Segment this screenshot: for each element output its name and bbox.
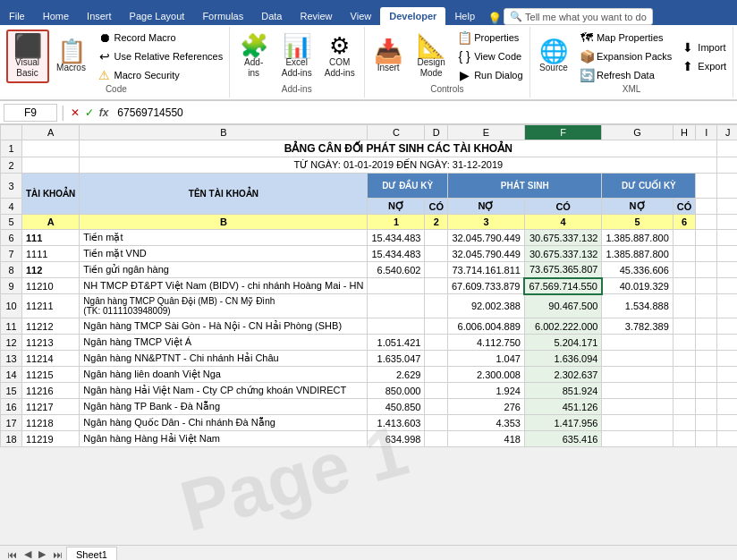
cell-a5[interactable]: A [22,215,80,230]
cell-d18[interactable] [425,431,448,447]
cell-g10[interactable]: 1.534.888 [602,294,673,318]
cell-j1[interactable] [717,140,737,157]
cell-e16[interactable]: 276 [447,399,524,415]
cell-f4[interactable]: CÓ [524,199,601,215]
cell-a10[interactable]: 11211 [22,294,80,318]
tab-developer[interactable]: Developer [380,7,445,25]
run-dialog-button[interactable]: ▶ Run Dialog [453,66,526,84]
cell-c12[interactable]: 1.051.421 [368,335,425,351]
cell-g5[interactable]: 5 [602,215,673,230]
cell-g16[interactable] [602,399,673,415]
cell-h7[interactable] [673,246,696,262]
cell-f18[interactable]: 635.416 [524,431,601,447]
cell-j13[interactable] [717,351,737,367]
cell-a8[interactable]: 112 [22,262,80,278]
cell-c10[interactable] [368,294,425,318]
cell-j4[interactable] [717,199,737,215]
cell-d16[interactable] [425,399,448,415]
cell-d14[interactable] [425,367,448,383]
tab-view[interactable]: View [342,7,381,25]
cell-j5[interactable] [717,215,737,230]
cell-d7[interactable] [425,246,448,262]
cell-j6[interactable] [717,230,737,246]
cell-e13[interactable]: 1.047 [447,351,524,367]
cell-c15[interactable]: 850.000 [368,383,425,399]
cell-i15[interactable] [696,383,717,399]
col-header-g[interactable]: G [602,125,673,140]
cell-i7[interactable] [696,246,717,262]
cell-a11[interactable]: 11212 [22,318,80,335]
cell-j15[interactable] [717,383,737,399]
cell-c8[interactable]: 6.540.602 [368,262,425,278]
cell-b2[interactable]: TỪ NGÀY: 01-01-2019 ĐẾN NGÀY: 31-12-2019 [80,157,717,174]
function-icon[interactable]: fx [97,106,111,119]
excel-add-ins-button[interactable]: 📊 ExcelAdd-ins [276,31,318,81]
tell-me-box[interactable]: 🔍 Tell me what you want to do [504,8,653,25]
cell-b8[interactable]: Tiền gửi ngân hàng [80,262,368,278]
cell-h5[interactable]: 6 [673,215,696,230]
cell-e8[interactable]: 73.714.161.811 [447,262,524,278]
cell-a16[interactable]: 11217 [22,399,80,415]
use-relative-button[interactable]: ↩ Use Relative References [94,47,227,65]
cell-f5[interactable]: 4 [524,215,601,230]
cell-d12[interactable] [425,335,448,351]
cell-b16[interactable]: Ngân hàng TP Bank - Đà Nẵng [80,399,368,415]
cell-g6[interactable]: 1.385.887.800 [602,230,673,246]
cell-f14[interactable]: 2.302.637 [524,367,601,383]
cell-b6[interactable]: Tiền mặt [80,230,368,246]
cell-b17[interactable]: Ngân hàng Quốc Dân - Chi nhánh Đà Nẵng [80,415,368,431]
cell-c17[interactable]: 1.413.603 [368,415,425,431]
col-header-b[interactable]: B [80,125,368,140]
cell-h4[interactable]: CÓ [673,199,696,215]
refresh-data-button[interactable]: 🔄 Refresh Data [576,66,675,84]
view-code-button[interactable]: { } View Code [453,47,526,65]
cell-d4[interactable]: CÓ [425,199,448,215]
cell-d10[interactable] [425,294,448,318]
cell-a12[interactable]: 11213 [22,335,80,351]
cell-d5[interactable]: 2 [425,215,448,230]
col-header-f[interactable]: F [524,125,601,140]
macro-security-button[interactable]: ⚠ Macro Security [94,66,227,84]
cell-c5[interactable]: 1 [368,215,425,230]
cell-j9[interactable] [717,278,737,294]
com-add-ins-button[interactable]: ⚙ COMAdd-ins [319,31,360,81]
cell-e10[interactable]: 92.002.388 [447,294,524,318]
design-mode-button[interactable]: 📐 DesignMode [411,31,452,81]
cell-b1[interactable]: BẢNG CÂN ĐỐI PHÁT SINH CÁC TÀI KHOẢN [80,140,717,157]
cell-i10[interactable] [696,294,717,318]
cell-c7[interactable]: 15.434.483 [368,246,425,262]
cell-h13[interactable] [673,351,696,367]
cell-j16[interactable] [717,399,737,415]
cell-c6[interactable]: 15.434.483 [368,230,425,246]
cell-h16[interactable] [673,399,696,415]
col-header-a[interactable]: A [22,125,80,140]
tab-home[interactable]: Home [34,7,78,25]
confirm-icon[interactable]: ✓ [83,106,96,119]
cell-i12[interactable] [696,335,717,351]
cell-b18[interactable]: Ngân hàng Hàng Hải Việt Nam [80,431,368,447]
sheet-nav-next[interactable]: ▶ [35,548,49,560]
cell-g11[interactable]: 3.782.389 [602,318,673,335]
cell-i8[interactable] [696,262,717,278]
cell-j17[interactable] [717,415,737,431]
tab-help[interactable]: Help [445,7,484,25]
cell-b10[interactable]: Ngân hàng TMCP Quân Đội (MB) - CN Mỹ Đìn… [80,294,368,318]
properties-button[interactable]: 📋 Properties [453,29,526,47]
tab-data[interactable]: Data [252,7,291,25]
cell-e14[interactable]: 2.300.008 [447,367,524,383]
cell-a18[interactable]: 11219 [22,431,80,447]
cell-a2[interactable] [22,157,80,174]
cell-b15[interactable]: Ngân hàng Hải Việt Nam - Cty CP chứng kh… [80,383,368,399]
cell-g18[interactable] [602,431,673,447]
cell-e7[interactable]: 32.045.790.449 [447,246,524,262]
cell-j7[interactable] [717,246,737,262]
cell-g14[interactable] [602,367,673,383]
formula-input[interactable] [114,105,733,121]
cell-c14[interactable]: 2.629 [368,367,425,383]
cell-j2[interactable] [717,157,737,174]
cell-e12[interactable]: 4.112.750 [447,335,524,351]
cell-e9[interactable]: 67.609.733.879 [447,278,524,294]
cell-h14[interactable] [673,367,696,383]
cell-i4[interactable] [696,199,717,215]
cell-h11[interactable] [673,318,696,335]
